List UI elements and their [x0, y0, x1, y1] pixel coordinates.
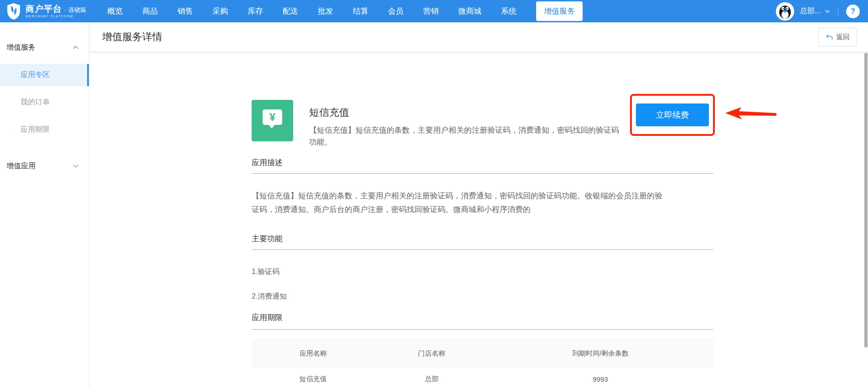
feature-item: 1.验证码	[252, 267, 713, 277]
app-summary: 【短信充值】短信充值的条数，主要用户相关的注册验证码，消费通知，密码找回的验证码…	[309, 124, 623, 148]
brand-edition: 连锁版	[68, 7, 86, 13]
description-body: 【短信充值】短信充值的条数，主要用户相关的注册验证码，消费通知，密码找回的验证码…	[252, 189, 666, 217]
back-button-label: 返回	[836, 33, 850, 41]
yuan-symbol: ¥	[269, 111, 275, 124]
brand-logo[interactable]: 商户平台 · 连锁版 MERCHANT PLATFORM	[0, 3, 106, 20]
section-title-description: 应用描述	[252, 157, 713, 168]
page-header: 增值服务详情 返回	[89, 22, 868, 52]
renew-now-button[interactable]: 立即续费	[636, 103, 709, 126]
cell-app-name: 短信充值	[252, 375, 375, 383]
table-header-row: 应用名称 门店名称 到期时间/剩余条数	[252, 339, 713, 368]
nav-item-marketing[interactable]: 营销	[423, 6, 439, 16]
nav-divider	[838, 7, 838, 16]
main-panel: 增值服务详情 返回 ¥ 短信充值	[89, 22, 868, 388]
section-divider	[252, 173, 713, 174]
app-header: ¥ 短信充值 【短信充值】短信充值的条数，主要用户相关的注册验证码，消费通知，密…	[252, 100, 713, 148]
sidebar-item-label: 我的订单	[21, 98, 50, 107]
shield-logo-icon	[6, 3, 21, 20]
nav-user-area: 总部... ?	[776, 2, 868, 21]
validity-table: 应用名称 门店名称 到期时间/剩余条数 短信充值 总部 9993	[252, 339, 713, 388]
cell-expiry: 9993	[489, 375, 712, 383]
page-title: 增值服务详情	[102, 30, 162, 44]
top-navigation-bar: 商户平台 · 连锁版 MERCHANT PLATFORM 概览 商品 销售 采购…	[0, 0, 868, 22]
nav-item-members[interactable]: 会员	[388, 6, 403, 16]
sidebar: 增值服务 应用专区 我的订单 应用期限 增值应用	[0, 22, 89, 388]
sidebar-item-app-zone[interactable]: 应用专区	[0, 64, 89, 86]
user-avatar[interactable]	[776, 2, 794, 21]
section-divider	[252, 329, 713, 330]
speech-bubble-icon: ¥	[263, 109, 282, 125]
nav-item-sales[interactable]: 销售	[177, 6, 193, 16]
app-name: 短信充值	[309, 106, 623, 119]
brand-separator: ·	[64, 7, 66, 13]
sidebar-group-value-added-services[interactable]: 增值服务	[0, 36, 89, 59]
nav-item-wholesale[interactable]: 批发	[318, 6, 333, 16]
sidebar-group-label: 增值服务	[6, 43, 36, 52]
column-header-expiry: 到期时间/剩余条数	[489, 349, 712, 358]
vertical-scrollbar[interactable]	[864, 53, 868, 347]
sidebar-item-app-validity[interactable]: 应用期限	[0, 119, 89, 141]
content-area: ¥ 短信充值 【短信充值】短信充值的条数，主要用户相关的注册验证码，消费通知，密…	[89, 52, 868, 388]
sms-recharge-app-icon: ¥	[252, 100, 293, 141]
section-title-validity: 应用期限	[252, 312, 713, 323]
column-header-store-name: 门店名称	[375, 349, 489, 358]
column-header-app-name: 应用名称	[252, 349, 375, 358]
cell-store-name: 总部	[375, 375, 489, 383]
sidebar-item-my-orders[interactable]: 我的订单	[0, 91, 89, 114]
back-arrow-icon	[826, 34, 833, 40]
sidebar-item-label: 应用专区	[21, 70, 50, 80]
section-title-features: 主要功能	[252, 233, 713, 244]
feature-item: 2.消费通知	[252, 292, 713, 301]
nav-item-system[interactable]: 系统	[501, 6, 517, 16]
back-button[interactable]: 返回	[818, 28, 857, 47]
nav-item-goods[interactable]: 商品	[142, 6, 158, 16]
chevron-down-icon[interactable]	[825, 10, 830, 13]
app-info: 短信充值 【短信充值】短信充值的条数，主要用户相关的注册验证码，消费通知，密码找…	[309, 100, 623, 148]
sidebar-item-label: 应用期限	[21, 125, 50, 135]
highlight-annotation-box: 立即续费	[630, 94, 715, 136]
sidebar-group-label: 增值应用	[6, 161, 36, 171]
penguin-avatar-image	[776, 2, 794, 21]
chevron-down-icon	[72, 164, 79, 168]
chevron-up-icon	[72, 46, 79, 49]
brand-text: 商户平台 · 连锁版 MERCHANT PLATFORM	[26, 5, 86, 18]
user-name[interactable]: 总部...	[800, 6, 821, 16]
primary-nav: 概览 商品 销售 采购 库存 配送 批发 结算 会员 营销 微商城 系统 增值服…	[107, 1, 583, 21]
section-divider	[252, 249, 713, 250]
annotation-arrow	[725, 106, 777, 121]
help-button[interactable]: ?	[846, 5, 860, 18]
table-row: 短信充值 总部 9993	[252, 368, 713, 388]
nav-item-delivery[interactable]: 配送	[283, 6, 298, 16]
nav-item-purchase[interactable]: 采购	[212, 6, 228, 16]
nav-item-value-added-services[interactable]: 增值服务	[536, 1, 583, 21]
nav-item-micro-mall[interactable]: 微商城	[458, 6, 481, 16]
nav-item-inventory[interactable]: 库存	[248, 6, 263, 16]
brand-name: 商户平台	[26, 5, 62, 13]
nav-item-settlement[interactable]: 结算	[353, 6, 368, 16]
brand-tagline: MERCHANT PLATFORM	[26, 15, 86, 18]
sidebar-group-value-added-apps[interactable]: 增值应用	[0, 155, 89, 177]
nav-item-overview[interactable]: 概览	[107, 6, 123, 16]
